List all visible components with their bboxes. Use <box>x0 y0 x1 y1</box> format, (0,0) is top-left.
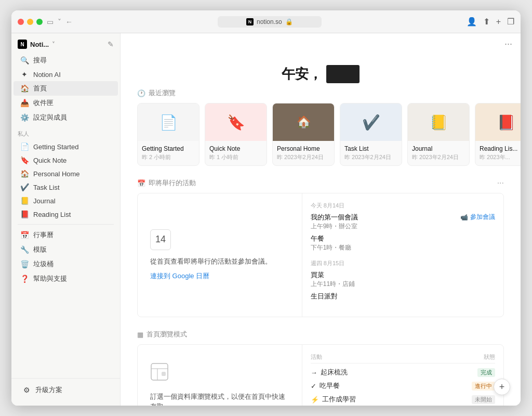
sidebar-item-notion-ai-label: Notion AI <box>33 71 61 79</box>
more-options-icon[interactable]: ··· <box>504 38 512 49</box>
card-time: 昨 2023年2月24日 <box>344 153 397 161</box>
back-icon[interactable]: ← <box>65 18 73 26</box>
user-icon[interactable]: 👤 <box>467 17 477 27</box>
sidebar-item-settings[interactable]: ⚙️ 設定與成員 <box>14 110 118 125</box>
sidebar-item-trash[interactable]: 🗑️ 垃圾桶 <box>14 257 118 271</box>
close-button[interactable] <box>18 19 24 25</box>
nav-chevron-icon[interactable]: ˅ <box>58 18 61 26</box>
card-preview-quick-note: 🔖 <box>205 103 267 141</box>
card-preview-task-list: ✔️ <box>340 103 402 141</box>
workspace-label: Noti... <box>30 41 49 48</box>
traffic-lights <box>18 19 43 25</box>
sidebar-toggle-icon[interactable]: ▭ <box>47 18 54 26</box>
address-bar[interactable]: N notion.so 🔒 <box>218 16 322 28</box>
greeting-label: 午安， <box>282 66 322 82</box>
add-tab-icon[interactable]: + <box>496 17 501 27</box>
connect-google-link[interactable]: 連接到 Google 日曆 <box>150 271 209 281</box>
card-title: Personal Home <box>277 145 330 152</box>
task-row-0: → 起床梳洗 完成 <box>311 368 495 377</box>
task-col-activity: 活動 <box>311 353 322 361</box>
card-preview-reading-list: 📕 <box>475 103 521 141</box>
card-title: Reading Lis... <box>480 145 521 152</box>
recent-card-personal-home[interactable]: 🏠 Personal Home 昨 2023年2月24日 <box>272 103 335 166</box>
card-title: Journal <box>412 145 465 152</box>
sidebar-item-templates-label: 模版 <box>33 245 47 254</box>
join-label: 參加會議 <box>470 213 495 222</box>
event-item-grocery: 買菜 上午11時・店鋪 <box>311 270 495 289</box>
address-text: notion.so <box>257 18 282 25</box>
recent-card-getting-started[interactable]: 📄 Getting Started 昨 2 小時前 <box>137 103 200 166</box>
browse-section: 訂選一個資料庫瀏覽模式，以便在首頁中快速存取。 選擇資料庫 活動 狀態 → 起床… <box>121 344 521 406</box>
sidebar-item-search[interactable]: 🔍 搜尋 <box>14 53 118 68</box>
sidebar-item-task-list[interactable]: ✔️ Task List <box>14 180 118 194</box>
bookmark-icon: 🔖 <box>20 156 29 164</box>
sidebar-item-home[interactable]: 🏠 首頁 <box>14 81 118 96</box>
upcoming-desc: 從首頁查看即將舉行的活動並參加會議。 <box>150 256 272 267</box>
sidebar-item-quick-note[interactable]: 🔖 Quick Note <box>14 153 118 167</box>
sidebar-item-reading-list[interactable]: 📕 Reading List <box>14 207 118 221</box>
upcoming-section-header: 📅 即將舉行的活動 ··· <box>121 178 521 193</box>
cal-date-num: 14 <box>155 234 166 245</box>
task-status-1: 進行中 <box>472 382 495 391</box>
maximize-button[interactable] <box>36 19 43 25</box>
tabs-icon[interactable]: ❐ <box>507 17 514 27</box>
thu-event-group: 週四 8月15日 買菜 上午11時・店鋪 生日派對 <box>311 259 495 301</box>
join-meeting-button[interactable]: 📹 參加會議 <box>460 213 495 222</box>
sidebar-item-journal[interactable]: 📒 Journal <box>14 194 118 207</box>
sidebar-item-personal-home[interactable]: 🏠 Personal Home <box>14 167 118 180</box>
recent-cards-container: 📄 Getting Started 昨 2 小時前 🔖 Quick Note 昨… <box>121 103 521 178</box>
check-icon: ✔️ <box>20 183 29 191</box>
lock-icon: 🔒 <box>285 18 293 25</box>
event-item-lunch: 午餐 下午1時・餐廳 <box>311 234 495 252</box>
card-preview-personal-home: 🏠 <box>273 103 334 141</box>
app-body: N Noti... ˅ ✎ 🔍 搜尋 ✦ Notion AI 🏠 首頁 📥 收 <box>11 33 521 406</box>
sidebar-item-calendar[interactable]: 📅 行事曆 <box>14 228 118 242</box>
titlebar: ▭ ˅ ← N notion.so 🔒 👤 ⬆ + ❐ <box>11 10 521 33</box>
card-time: 昨 2023年... <box>480 153 521 161</box>
card-info-journal: Journal 昨 2023年2月24日 <box>408 141 469 165</box>
sidebar-item-notion-ai[interactable]: ✦ Notion AI <box>14 68 118 81</box>
recent-card-task-list[interactable]: ✔️ Task List 昨 2023年2月24日 <box>340 103 402 166</box>
event-sub: 下午1時・餐廳 <box>311 243 352 252</box>
browse-section-icon: ▦ <box>137 331 143 339</box>
sidebar-item-getting-started-label: Getting Started <box>33 143 78 151</box>
sidebar-item-help[interactable]: ❓ 幫助與支援 <box>14 271 118 286</box>
share-icon[interactable]: ⬆ <box>483 17 490 27</box>
sidebar: N Noti... ˅ ✎ 🔍 搜尋 ✦ Notion AI 🏠 首頁 📥 收 <box>11 33 121 406</box>
task-left: ⚡ 工作成學習 <box>311 395 356 404</box>
card-preview-getting-started: 📄 <box>138 103 199 141</box>
upcoming-section: 14 從首頁查看即將舉行的活動並參加會議。 連接到 Google 日曆 今天 8… <box>121 193 521 330</box>
journal-icon: 📒 <box>20 197 29 205</box>
workspace-name: N Noti... ˅ <box>18 40 55 49</box>
card-info-task-list: Task List 昨 2023年2月24日 <box>340 141 402 165</box>
recent-card-journal[interactable]: 📒 Journal 昨 2023年2月24日 <box>407 103 470 166</box>
templates-icon: 🔧 <box>20 245 29 254</box>
recent-card-reading-list[interactable]: 📕 Reading Lis... 昨 2023年... <box>475 103 521 166</box>
sidebar-top: N Noti... ˅ ✎ <box>11 37 120 53</box>
minimize-button[interactable] <box>27 19 33 25</box>
card-title: Task List <box>344 145 397 152</box>
sidebar-item-upgrade[interactable]: ⚙ 升級方案 <box>16 383 116 397</box>
sidebar-item-inbox[interactable]: 📥 收件匣 <box>14 96 118 110</box>
task-icon-0: → <box>311 369 317 376</box>
event-title: 午餐 <box>311 234 352 243</box>
personal-home-icon: 🏠 <box>20 170 29 178</box>
browse-box: 訂選一個資料庫瀏覽模式，以便在首頁中快速存取。 選擇資料庫 活動 狀態 → 起床… <box>137 344 504 406</box>
search-icon: 🔍 <box>20 56 29 64</box>
sidebar-item-getting-started[interactable]: 📄 Getting Started <box>14 140 118 153</box>
task-left: ✓ 吃早餐 <box>311 381 340 391</box>
sidebar-item-personal-home-label: Personal Home <box>33 170 80 178</box>
fab-button[interactable]: + <box>494 379 510 395</box>
workspace-chevron-icon: ˅ <box>52 41 55 48</box>
new-page-icon[interactable]: ✎ <box>108 40 114 48</box>
upcoming-label: 即將舉行的活動 <box>149 178 196 188</box>
card-time: 昨 1 小時前 <box>209 153 262 161</box>
titlebar-actions: 👤 ⬆ + ❐ <box>467 17 514 27</box>
workspace-icon: N <box>18 40 27 49</box>
task-row-1: ✓ 吃早餐 進行中 <box>311 381 495 391</box>
clock-icon: 🕐 <box>137 89 145 97</box>
upcoming-more-icon[interactable]: ··· <box>497 178 504 188</box>
sidebar-item-templates[interactable]: 🔧 模版 <box>14 242 118 257</box>
table-icon <box>150 362 169 385</box>
recent-card-quick-note[interactable]: 🔖 Quick Note 昨 1 小時前 <box>205 103 267 166</box>
